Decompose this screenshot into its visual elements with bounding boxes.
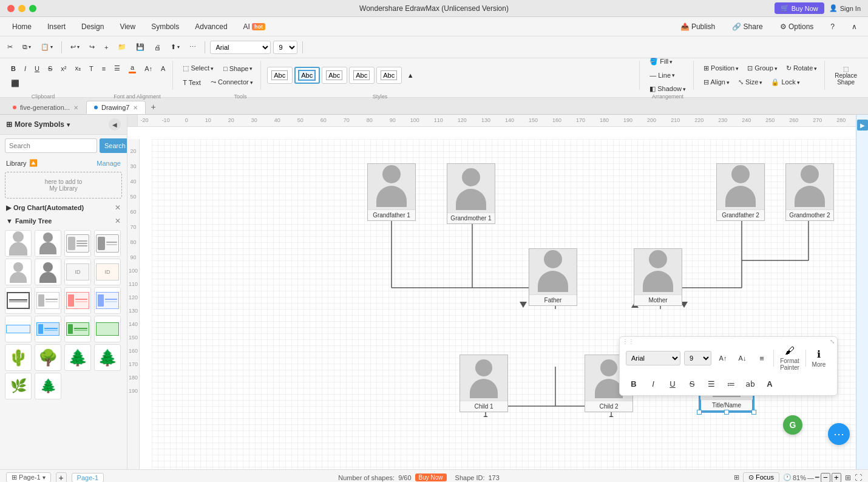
cut-button[interactable]: ✂ — [4, 41, 16, 53]
menu-ai[interactable]: AI hot — [236, 20, 273, 33]
style-option-5[interactable]: Abc — [376, 67, 402, 84]
style-option-3[interactable]: Abc — [322, 67, 347, 84]
group-button[interactable]: ⊡ Group ▾ — [744, 63, 781, 74]
style-option-4[interactable]: Abc — [349, 67, 375, 84]
lock-button[interactable]: 🔒 Lock ▾ — [767, 76, 803, 88]
search-input[interactable] — [5, 138, 97, 153]
align-left-button[interactable]: ⬛ — [7, 78, 23, 89]
layers-button[interactable]: ⊞ — [734, 474, 739, 481]
action-circle-button[interactable]: ⋯ — [828, 423, 850, 445]
symbol-tree-2[interactable]: 🌳 — [35, 344, 61, 371]
symbol-misc-1[interactable]: 🌿 — [5, 373, 32, 399]
status-buy-now-badge[interactable]: Buy Now — [415, 474, 447, 481]
float-bullet-list-button[interactable]: ☰ — [704, 376, 719, 392]
line-button[interactable]: — Line ▾ — [646, 70, 690, 81]
add-page-button[interactable]: + — [56, 472, 67, 483]
maximize-button[interactable] — [29, 5, 36, 12]
float-italic-button[interactable]: I — [645, 376, 661, 392]
handle-bl[interactable] — [697, 410, 702, 415]
float-text-shrink-button[interactable]: A↓ — [734, 350, 750, 366]
menu-home[interactable]: Home — [5, 20, 39, 33]
symbol-card-1[interactable] — [64, 230, 91, 257]
canvas-container[interactable]: -20 -10 0 10 20 30 40 50 60 70 80 90 100… — [127, 115, 856, 469]
symbol-name-card-3[interactable] — [64, 287, 91, 314]
font-select[interactable]: Arial — [210, 41, 271, 54]
fullscreen-button[interactable]: ⛶ — [855, 474, 862, 482]
text-size-inc-button[interactable]: A↑ — [141, 63, 156, 74]
list-button[interactable]: ≡ — [98, 63, 109, 74]
publish-button[interactable]: 📤 Publish — [674, 20, 722, 33]
text-format-button[interactable]: T — [86, 63, 97, 74]
select-button[interactable]: ⬚ Select ▾ — [179, 63, 217, 74]
handle-br[interactable] — [751, 410, 756, 415]
node-grandfather2[interactable]: Grandfather 2 — [716, 163, 765, 221]
float-bold-button[interactable]: B — [626, 376, 642, 392]
strikethrough-button[interactable]: S — [44, 63, 56, 74]
new-page-button[interactable]: + — [101, 42, 112, 53]
bold-button[interactable]: B — [7, 63, 19, 74]
node-father[interactable]: Father — [529, 248, 577, 306]
toolbar-drag-handle[interactable]: ⋮⋮ — [622, 338, 634, 345]
fit-page-button[interactable]: ⊞ — [845, 474, 851, 482]
symbol-card-3[interactable]: ID — [64, 259, 91, 285]
redo-button[interactable]: ↪ — [86, 41, 98, 53]
buy-now-button[interactable]: 🛒 Buy Now — [775, 2, 824, 14]
replace-shape-button[interactable]: ⬚ReplaceShape — [831, 64, 861, 87]
underline-button[interactable]: U — [31, 63, 43, 74]
org-chart-close-button[interactable]: ✕ — [115, 203, 121, 212]
manage-link[interactable]: Manage — [97, 160, 121, 167]
zoom-in-button[interactable]: + — [832, 473, 841, 483]
format-painter-button[interactable]: 🖌 FormatPainter — [778, 343, 802, 373]
node-child1[interactable]: Child 1 — [459, 355, 508, 412]
help-button[interactable]: ? — [824, 20, 841, 33]
float-strikethrough-button[interactable]: S — [684, 376, 700, 392]
font-color-button[interactable]: a — [125, 62, 140, 75]
float-size-select[interactable]: 9 — [684, 351, 711, 365]
styles-expand-button[interactable]: ▲ — [404, 70, 418, 81]
collapse-panel-button[interactable]: ∧ — [846, 20, 863, 33]
print-button[interactable]: 🖨 — [151, 42, 164, 53]
zoom-out-button[interactable]: − — [821, 473, 830, 483]
minimize-button[interactable] — [18, 5, 25, 12]
sidebar-collapse-button[interactable]: ◀ — [109, 118, 121, 131]
node-mother[interactable]: Mother — [634, 248, 682, 306]
font-size-select[interactable]: 9 10 12 — [273, 41, 297, 54]
symbol-person-3[interactable] — [5, 259, 32, 285]
list2-button[interactable]: ☰ — [110, 63, 124, 74]
page-indicator[interactable]: ⊞ Page-1 ▾ — [6, 472, 51, 482]
style-option-2[interactable]: Abc — [294, 67, 320, 84]
tab-five-generation[interactable]: five-generation... ✕ — [5, 101, 86, 114]
superscript-button[interactable]: x² — [57, 63, 70, 74]
connector-button[interactable]: ⤳ Connector ▾ — [207, 76, 257, 88]
float-font-select[interactable]: Arial — [626, 351, 680, 365]
symbol-person-4[interactable] — [35, 259, 61, 285]
menu-advanced[interactable]: Advanced — [188, 20, 234, 33]
canvas-drawing-area[interactable]: Grandfather 1 Grandmother 1 — [152, 139, 856, 469]
symbol-person-2[interactable] — [35, 230, 61, 257]
active-page-label[interactable]: Page-1 — [72, 473, 104, 483]
float-align-center-button[interactable]: ≡ — [754, 350, 770, 366]
family-tree-section-header[interactable]: ▼ Family Tree ✕ — [0, 214, 127, 228]
symbol-hcard-1[interactable] — [5, 316, 32, 342]
subscript-button[interactable]: x₂ — [71, 63, 84, 74]
sign-in-button[interactable]: 👤 Sign In — [829, 2, 861, 14]
tab-close-1[interactable]: ✕ — [73, 104, 78, 111]
menu-symbols[interactable]: Symbols — [144, 20, 186, 33]
symbol-hcard-3[interactable] — [64, 316, 91, 342]
undo-button[interactable]: ↩▾ — [67, 41, 83, 53]
float-underline-button[interactable]: U — [665, 376, 680, 392]
font-color2-button[interactable]: A — [157, 63, 169, 74]
more-button[interactable]: ⋯ — [186, 41, 200, 53]
symbol-name-card-1[interactable] — [5, 287, 32, 314]
symbol-person-1[interactable] — [5, 230, 32, 257]
toolbar-resize-handle[interactable]: ⤡ — [830, 338, 835, 345]
family-tree-close-button[interactable]: ✕ — [115, 217, 121, 225]
symbol-hcard-4[interactable] — [94, 316, 121, 342]
symbol-tree-4[interactable]: 🌲 — [94, 344, 121, 371]
float-numbered-list-button[interactable]: ≔ — [723, 376, 739, 392]
org-chart-section-header[interactable]: ▶ Org Chart(Automated) ✕ — [0, 201, 127, 214]
position-button[interactable]: ⊞ Position ▾ — [700, 63, 742, 74]
more-options-button[interactable]: ℹ More — [810, 346, 828, 370]
symbol-misc-2[interactable]: 🌲 — [35, 373, 61, 399]
node-grandmother1[interactable]: Grandmother 1 — [447, 163, 495, 224]
